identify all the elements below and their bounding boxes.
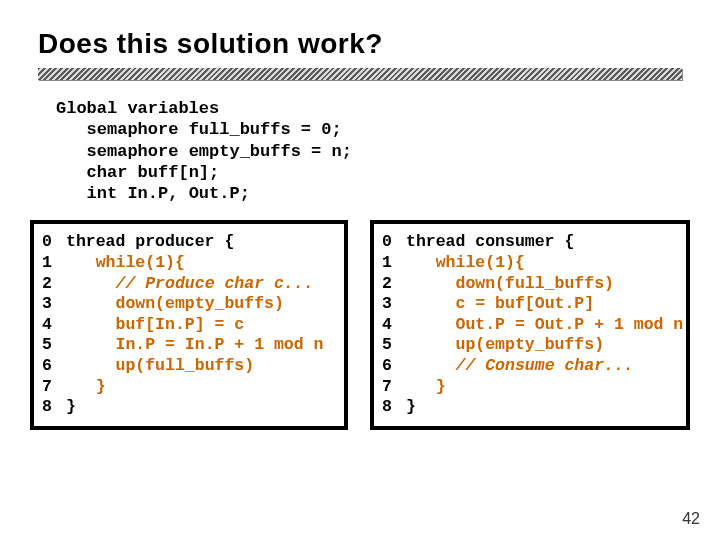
consumer-line-number: 2 <box>382 274 400 295</box>
producer-line-number: 6 <box>42 356 60 377</box>
consumer-line-number: 6 <box>382 356 400 377</box>
slide: Does this solution work? Global variable… <box>0 0 720 540</box>
producer-line-number: 7 <box>42 377 60 398</box>
consumer-line-number: 1 <box>382 253 400 274</box>
globals-line2: semaphore empty_buffs = n; <box>87 142 352 161</box>
consumer-code-line: while(1){ <box>406 253 683 274</box>
producer-code-line: buf[In.P] = c <box>66 315 340 336</box>
consumer-code-line: thread consumer { <box>406 232 683 253</box>
consumer-line-number: 7 <box>382 377 400 398</box>
consumer-code-line: } <box>406 377 683 398</box>
consumer-line-number: 3 <box>382 294 400 315</box>
producer-code-line: } <box>66 377 340 398</box>
producer-line-number: 8 <box>42 397 60 418</box>
consumer-line-number: 4 <box>382 315 400 336</box>
producer-box: 0thread producer {1 while(1){2 // Produc… <box>30 220 348 430</box>
globals-line1: semaphore full_buffs = 0; <box>87 120 342 139</box>
consumer-code-line: // Consume char... <box>406 356 683 377</box>
producer-code-line: thread producer { <box>66 232 340 253</box>
producer-code-line: } <box>66 397 340 418</box>
page-number: 42 <box>682 510 700 528</box>
producer-line-number: 5 <box>42 335 60 356</box>
producer-code-line: In.P = In.P + 1 mod n <box>66 335 340 356</box>
consumer-line-number: 8 <box>382 397 400 418</box>
title-underline <box>38 68 682 80</box>
globals-line4: int In.P, Out.P; <box>87 184 250 203</box>
producer-code: 0thread producer {1 while(1){2 // Produc… <box>42 232 340 418</box>
producer-code-line: while(1){ <box>66 253 340 274</box>
globals-line3: char buff[n]; <box>87 163 220 182</box>
code-columns: 0thread producer {1 while(1){2 // Produc… <box>30 220 690 430</box>
consumer-code-line: down(full_buffs) <box>406 274 683 295</box>
slide-title: Does this solution work? <box>38 28 682 60</box>
producer-line-number: 1 <box>42 253 60 274</box>
consumer-code-line: up(empty_buffs) <box>406 335 683 356</box>
consumer-line-number: 0 <box>382 232 400 253</box>
consumer-code: 0thread consumer {1 while(1){2 down(full… <box>382 232 682 418</box>
globals-heading: Global variables <box>56 99 219 118</box>
consumer-code-line: Out.P = Out.P + 1 mod n <box>406 315 683 336</box>
consumer-code-line: } <box>406 397 683 418</box>
consumer-code-line: c = buf[Out.P] <box>406 294 683 315</box>
consumer-box: 0thread consumer {1 while(1){2 down(full… <box>370 220 690 430</box>
producer-code-line: // Produce char c... <box>66 274 340 295</box>
producer-code-line: up(full_buffs) <box>66 356 340 377</box>
consumer-line-number: 5 <box>382 335 400 356</box>
globals-block: Global variables semaphore full_buffs = … <box>56 98 682 204</box>
producer-line-number: 4 <box>42 315 60 336</box>
producer-line-number: 0 <box>42 232 60 253</box>
producer-code-line: down(empty_buffs) <box>66 294 340 315</box>
producer-line-number: 2 <box>42 274 60 295</box>
producer-line-number: 3 <box>42 294 60 315</box>
